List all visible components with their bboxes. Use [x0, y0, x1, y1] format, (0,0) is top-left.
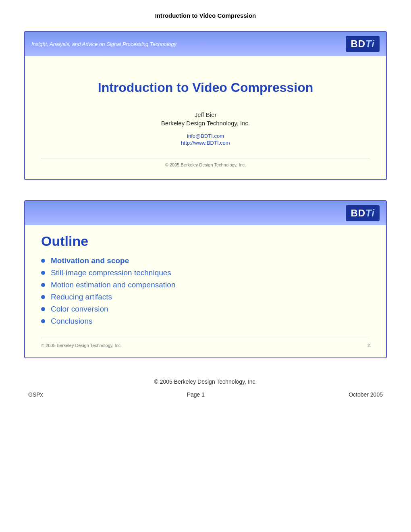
- slide-2-header: BDTi: [25, 201, 386, 225]
- outline-item-1: Still-image compression techniques: [41, 268, 370, 277]
- outline-item-label-2: Motion estimation and compensation: [51, 281, 175, 289]
- slide-1-author: Jeff Bier: [41, 111, 370, 118]
- slide-2-outline-title: Outline: [41, 233, 370, 249]
- slide-1-header: Insight, Analysis, and Advice on Signal …: [25, 32, 386, 56]
- bullet-icon-3: [41, 295, 45, 299]
- bullet-icon-1: [41, 271, 45, 275]
- outline-list: Motivation and scopeStill-image compress…: [41, 256, 370, 326]
- bullet-icon-4: [41, 307, 45, 311]
- outline-item-4: Color conversion: [41, 305, 370, 314]
- slide-2-footer-right: 2: [367, 343, 370, 348]
- outline-item-5: Conclusions: [41, 317, 370, 326]
- bullet-icon-5: [41, 319, 45, 323]
- outline-item-label-0: Motivation and scope: [51, 256, 129, 265]
- slide-1-url: http://www.BDTI.com: [41, 140, 370, 146]
- outline-item-label-3: Reducing artifacts: [51, 293, 112, 301]
- footer-right: October 2005: [349, 391, 383, 398]
- page-title: Introduction to Video Compression: [24, 12, 387, 19]
- slide-1-main-title: Introduction to Video Compression: [41, 80, 370, 95]
- slide-1-org: Berkeley Design Technology, Inc.: [41, 120, 370, 127]
- logo-bd-2: BD: [351, 208, 365, 219]
- slide-1-body: Introduction to Video Compression Jeff B…: [25, 56, 386, 179]
- slide-2: BDTi Outline Motivation and scopeStill-i…: [24, 200, 387, 358]
- bullet-icon-0: [41, 259, 45, 263]
- footer-center: Page 1: [187, 391, 205, 398]
- outline-item-label-5: Conclusions: [51, 317, 93, 326]
- bdti-logo-2: BDTi: [346, 205, 380, 221]
- outline-item-3: Reducing artifacts: [41, 293, 370, 301]
- logo-ti: Ti: [365, 38, 375, 50]
- footer-left: GSPx: [28, 391, 43, 398]
- slide-1: Insight, Analysis, and Advice on Signal …: [24, 31, 387, 180]
- bullet-icon-2: [41, 283, 45, 287]
- logo-ti-2: Ti: [365, 208, 375, 219]
- outline-item-label-1: Still-image compression techniques: [51, 268, 171, 277]
- slide-2-footer: © 2005 Berkeley Design Technology, Inc. …: [41, 338, 370, 349]
- outline-item-label-4: Color conversion: [51, 305, 108, 314]
- copyright-section: © 2005 Berkeley Design Technology, Inc.: [24, 378, 387, 385]
- logo-bd: BD: [351, 38, 365, 50]
- slide-1-header-text: Insight, Analysis, and Advice on Signal …: [31, 41, 176, 47]
- bdti-logo-1: BDTi: [346, 36, 380, 52]
- slide-2-body: Outline Motivation and scopeStill-image …: [25, 225, 386, 357]
- outline-item-2: Motion estimation and compensation: [41, 281, 370, 289]
- slide-2-footer-left: © 2005 Berkeley Design Technology, Inc.: [41, 343, 122, 348]
- slide-1-email: info@BDTI.com: [41, 133, 370, 139]
- page-footer: GSPx Page 1 October 2005: [24, 391, 387, 398]
- slide-1-footer: © 2005 Berkeley Design Technology, Inc.: [41, 158, 370, 171]
- outline-item-0: Motivation and scope: [41, 256, 370, 265]
